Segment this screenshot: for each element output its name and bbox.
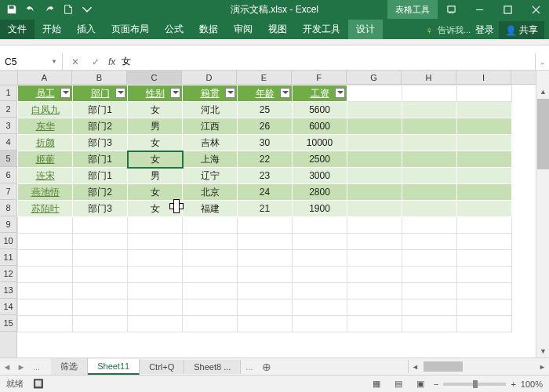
- empty-cell[interactable]: [128, 217, 183, 234]
- empty-cell[interactable]: [183, 316, 238, 332]
- row-header-7[interactable]: 7: [0, 183, 16, 200]
- empty-cell[interactable]: [73, 299, 128, 316]
- sheet-nav-next-button[interactable]: ►: [14, 362, 28, 372]
- empty-cell[interactable]: [347, 118, 402, 135]
- empty-cell[interactable]: [347, 316, 402, 332]
- undo-button[interactable]: [22, 2, 39, 17]
- empty-cell[interactable]: [347, 217, 402, 234]
- row-header-5[interactable]: 5: [0, 151, 16, 167]
- table-cell[interactable]: 23: [238, 168, 293, 184]
- empty-cell[interactable]: [457, 135, 512, 151]
- empty-cell[interactable]: [183, 299, 238, 316]
- table-cell[interactable]: 女: [128, 184, 183, 201]
- empty-cell[interactable]: [183, 267, 238, 283]
- empty-cell[interactable]: [457, 168, 512, 184]
- table-cell[interactable]: 6000: [293, 118, 347, 135]
- empty-cell[interactable]: [457, 102, 512, 118]
- column-header-E[interactable]: E: [237, 71, 292, 84]
- empty-cell[interactable]: [402, 168, 457, 184]
- table-header-cell[interactable]: 籍贯: [183, 85, 238, 102]
- filter-button[interactable]: [280, 88, 290, 98]
- sheet-tab[interactable]: Sheet8 ...: [184, 360, 241, 374]
- zoom-slider[interactable]: [443, 383, 506, 386]
- redo-button[interactable]: [41, 2, 58, 17]
- empty-cell[interactable]: [73, 250, 128, 267]
- empty-cell[interactable]: [347, 267, 402, 283]
- empty-cell[interactable]: [457, 283, 512, 299]
- empty-cell[interactable]: [402, 102, 457, 118]
- empty-cell[interactable]: [183, 283, 238, 299]
- empty-cell[interactable]: [457, 250, 512, 267]
- horizontal-scrollbar[interactable]: ◄ ►: [408, 360, 549, 373]
- column-header-D[interactable]: D: [182, 71, 237, 84]
- row-header-13[interactable]: 13: [0, 282, 16, 299]
- row-header-8[interactable]: 8: [0, 200, 16, 216]
- empty-cell[interactable]: [18, 217, 73, 234]
- empty-cell[interactable]: [238, 217, 293, 234]
- page-layout-view-button[interactable]: ▤: [390, 377, 407, 391]
- filter-button[interactable]: [335, 88, 345, 98]
- tab-insert[interactable]: 插入: [69, 20, 104, 39]
- empty-cell[interactable]: [238, 250, 293, 267]
- expand-formula-bar-button[interactable]: ⌄: [535, 53, 549, 70]
- table-cell[interactable]: 女: [128, 201, 183, 217]
- ribbon-options-button[interactable]: [438, 0, 464, 19]
- row-header-2[interactable]: 2: [0, 101, 16, 118]
- empty-cell[interactable]: [128, 250, 183, 267]
- scroll-right-button[interactable]: ►: [536, 360, 549, 373]
- table-cell[interactable]: 男: [128, 118, 183, 135]
- empty-cell[interactable]: [347, 234, 402, 250]
- table-cell[interactable]: 部门1: [73, 102, 128, 118]
- empty-cell[interactable]: [293, 267, 347, 283]
- row-header-1[interactable]: 1: [0, 85, 16, 101]
- empty-cell[interactable]: [457, 151, 512, 168]
- empty-cell[interactable]: [402, 267, 457, 283]
- empty-cell[interactable]: [128, 234, 183, 250]
- table-cell[interactable]: 部门3: [73, 135, 128, 151]
- empty-cell[interactable]: [402, 151, 457, 168]
- empty-cell[interactable]: [457, 118, 512, 135]
- empty-cell[interactable]: [18, 299, 73, 316]
- scroll-down-button[interactable]: ▼: [536, 344, 549, 358]
- table-cell[interactable]: 25: [238, 102, 293, 118]
- filter-button[interactable]: [225, 88, 235, 98]
- new-button[interactable]: [60, 2, 77, 17]
- empty-cell[interactable]: [402, 283, 457, 299]
- tab-page-layout[interactable]: 页面布局: [104, 20, 157, 39]
- vertical-scroll-thumb[interactable]: [537, 99, 549, 169]
- column-header-G[interactable]: G: [347, 71, 402, 84]
- table-cell[interactable]: 2800: [293, 184, 347, 201]
- table-header-cell[interactable]: 年龄: [238, 85, 293, 102]
- accept-formula-button[interactable]: ✓: [88, 56, 104, 67]
- vertical-scrollbar[interactable]: ▲ ▼: [536, 71, 549, 358]
- table-cell[interactable]: 辽宁: [183, 168, 238, 184]
- row-header-11[interactable]: 11: [0, 249, 16, 266]
- row-header-14[interactable]: 14: [0, 299, 16, 315]
- empty-cell[interactable]: [238, 299, 293, 316]
- table-cell[interactable]: 部门1: [73, 151, 128, 168]
- login-link[interactable]: 登录: [475, 24, 494, 37]
- fx-icon[interactable]: fx: [108, 56, 115, 67]
- column-header-H[interactable]: H: [402, 71, 456, 84]
- column-header-C[interactable]: C: [127, 71, 182, 84]
- empty-cell[interactable]: [18, 267, 73, 283]
- zoom-out-button[interactable]: −: [434, 379, 438, 389]
- table-cell[interactable]: 江西: [183, 118, 238, 135]
- empty-cell[interactable]: [457, 184, 512, 201]
- empty-cell[interactable]: [457, 217, 512, 234]
- empty-cell[interactable]: [128, 283, 183, 299]
- empty-cell[interactable]: [128, 267, 183, 283]
- empty-cell[interactable]: [347, 135, 402, 151]
- table-cell[interactable]: 白凤九: [18, 102, 73, 118]
- share-button[interactable]: 👤 共享: [499, 21, 544, 39]
- empty-cell[interactable]: [402, 184, 457, 201]
- empty-cell[interactable]: [347, 102, 402, 118]
- empty-cell[interactable]: [238, 234, 293, 250]
- row-header-12[interactable]: 12: [0, 266, 16, 282]
- tab-formulas[interactable]: 公式: [157, 20, 191, 39]
- table-header-cell[interactable]: 性别: [128, 85, 183, 102]
- empty-cell[interactable]: [293, 299, 347, 316]
- page-break-view-button[interactable]: ▣: [412, 377, 429, 391]
- empty-cell[interactable]: [293, 250, 347, 267]
- tab-view[interactable]: 视图: [260, 20, 295, 39]
